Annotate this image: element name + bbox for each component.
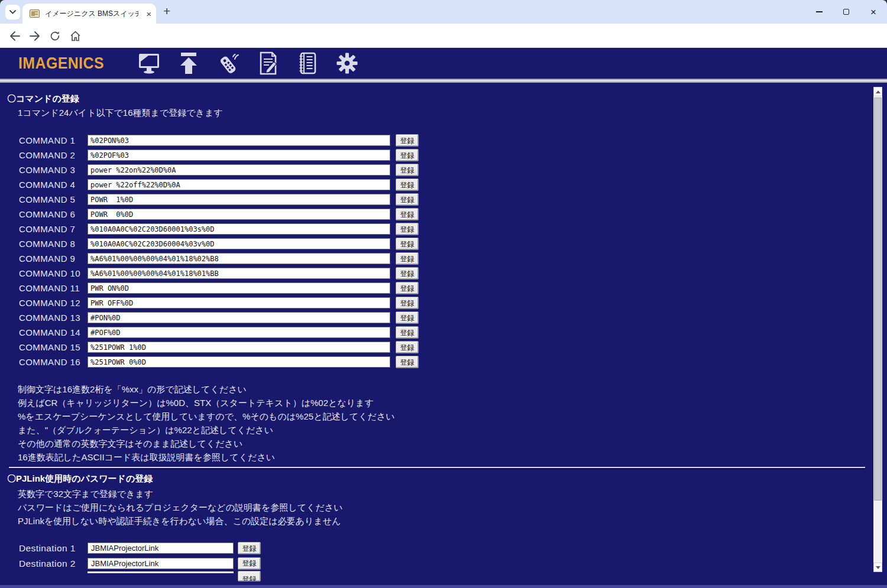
destination-rows: Destination 1登録Destination 2登録登録 [0, 541, 296, 587]
command-label: COMMAND 12 [19, 298, 80, 308]
gear-icon[interactable] [336, 51, 358, 76]
command-input[interactable] [88, 194, 390, 205]
command-input[interactable] [88, 238, 390, 249]
forward-icon [30, 31, 40, 41]
register-button[interactable]: 登録 [396, 238, 419, 250]
tab-search-button[interactable] [5, 5, 20, 20]
register-button[interactable]: 登録 [396, 356, 419, 368]
forward-button[interactable] [27, 28, 43, 44]
command-row: COMMAND 2登録 [0, 148, 449, 163]
minimize-button[interactable] [805, 0, 833, 24]
register-button[interactable]: 登録 [396, 311, 419, 324]
pjlink-section-heading: 〇PJLink使用時のパスワードの登録 [7, 473, 153, 485]
command-input[interactable] [88, 297, 390, 308]
register-button[interactable]: 登録 [396, 193, 419, 206]
scroll-up-button[interactable] [873, 87, 882, 96]
reload-button[interactable] [47, 28, 63, 44]
register-button[interactable]: 登録 [396, 297, 419, 309]
command-input[interactable] [88, 209, 390, 220]
imagenics-logo: IMAGENICS [18, 54, 104, 73]
content-scrollbar[interactable] [873, 87, 882, 572]
command-input[interactable] [88, 223, 390, 235]
notebook-icon[interactable] [296, 51, 319, 76]
command-input[interactable] [88, 135, 390, 146]
command-row: COMMAND 10登録 [0, 267, 449, 281]
register-button[interactable]: 登録 [396, 282, 419, 294]
note-line: PJLinkを使用しない時や認証手続きを行わない場合、この設定は必要ありません [18, 514, 343, 528]
window-bottom-edge [0, 585, 887, 588]
triangle-down-icon [876, 566, 880, 569]
command-label: COMMAND 16 [19, 357, 80, 367]
command-label: COMMAND 9 [19, 254, 75, 264]
command-input[interactable] [88, 356, 390, 368]
monitor-icon[interactable] [138, 51, 160, 76]
command-row: COMMAND 6登録 [0, 207, 449, 222]
command-row: COMMAND 7登録 [0, 222, 449, 237]
register-button[interactable]: 登録 [396, 326, 419, 339]
command-input[interactable] [88, 327, 390, 338]
register-button[interactable]: 登録 [396, 134, 419, 147]
command-label: COMMAND 8 [19, 239, 75, 249]
command-input[interactable] [88, 268, 390, 279]
command-label: COMMAND 7 [19, 224, 75, 234]
maximize-button[interactable] [833, 0, 860, 24]
command-label: COMMAND 10 [19, 268, 80, 278]
command-input[interactable] [88, 164, 390, 176]
register-button[interactable]: 登録 [396, 208, 419, 220]
register-button[interactable]: 登録 [238, 557, 261, 570]
scroll-down-button[interactable] [873, 563, 882, 572]
back-button[interactable] [7, 28, 22, 44]
triangle-up-icon [876, 90, 880, 93]
register-button[interactable]: 登録 [396, 267, 419, 280]
register-button[interactable]: 登録 [396, 149, 419, 161]
note-line: %をエスケープシーケンスとして使用していますので、%そのものは%25と記述してく… [18, 410, 395, 423]
command-input[interactable] [88, 150, 390, 161]
browser-tab[interactable]: イメージニクス BMSスイッチャー × [22, 4, 156, 24]
register-button[interactable]: 登録 [396, 341, 419, 353]
destination-input[interactable] [88, 558, 234, 569]
close-button[interactable]: × [860, 0, 887, 24]
scrollbar-thumb[interactable] [874, 98, 882, 501]
command-label: COMMAND 15 [19, 342, 80, 352]
register-button[interactable]: 登録 [396, 223, 419, 235]
reload-icon [50, 31, 60, 41]
chevron-down-icon [9, 10, 16, 14]
browser-toolbar: bms-1616 ⋮ [0, 24, 887, 48]
register-button[interactable]: 登録 [396, 252, 419, 265]
register-button[interactable]: 登録 [238, 542, 261, 554]
command-input[interactable] [88, 282, 390, 294]
command-notes: 制御文字は16進数2桁を「%xx」の形で記述してください例えばCR（キャリッジリ… [18, 382, 395, 464]
command-label: COMMAND 14 [19, 327, 80, 337]
home-button[interactable] [67, 28, 83, 44]
note-line: 制御文字は16進数2桁を「%xx」の形で記述してください [18, 382, 395, 396]
destination-row: 登録 [0, 571, 296, 587]
command-input[interactable] [88, 179, 390, 190]
destination-input[interactable] [88, 571, 234, 573]
note-line: その他の通常の英数字文字はそのまま記述してください [18, 437, 395, 450]
tab-favicon-icon [30, 9, 40, 18]
back-icon [9, 31, 20, 41]
window-controls: × [805, 0, 887, 24]
command-label: COMMAND 3 [19, 165, 75, 175]
edit-document-icon[interactable] [257, 51, 279, 76]
new-tab-button[interactable]: + [163, 4, 170, 18]
register-button[interactable]: 登録 [396, 164, 419, 176]
upload-icon[interactable] [177, 51, 200, 76]
tab-close-icon[interactable]: × [146, 9, 151, 18]
register-button[interactable]: 登録 [396, 178, 419, 191]
command-section-subheading: 1コマンド24バイト以下で16種類まで登録できます [18, 108, 223, 119]
note-line: また、"（ダブルクォーテーション）は%22と記述してください [18, 423, 395, 437]
command-row: COMMAND 9登録 [0, 252, 449, 267]
page-header: IMAGENICS [0, 48, 887, 79]
command-row: COMMAND 1登録 [0, 134, 449, 148]
command-input[interactable] [88, 342, 390, 353]
remote-icon[interactable] [217, 51, 239, 76]
tab-title: イメージニクス BMSスイッチャー [45, 9, 138, 19]
destination-row: Destination 1登録 [0, 541, 296, 557]
command-input[interactable] [88, 312, 390, 323]
command-row: COMMAND 15登録 [0, 340, 449, 355]
register-button[interactable]: 登録 [238, 571, 261, 581]
destination-input[interactable] [88, 542, 234, 554]
command-input[interactable] [88, 253, 390, 264]
section-divider [9, 467, 865, 468]
